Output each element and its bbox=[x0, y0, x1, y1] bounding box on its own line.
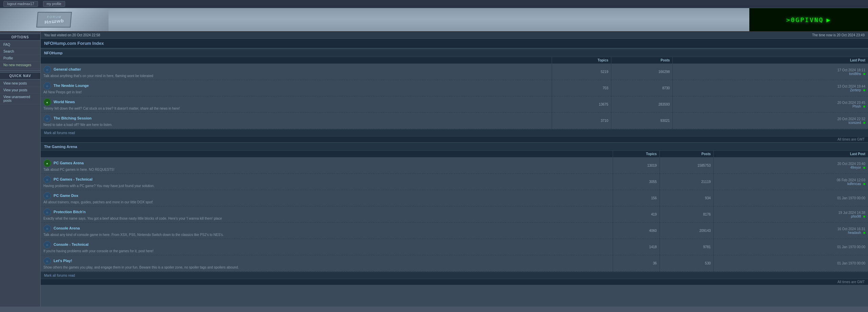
timezone-bar-0: All times are GMT bbox=[41, 136, 868, 142]
forum-name-link[interactable]: Protection Bitch'n bbox=[54, 210, 85, 214]
forum-name-link[interactable]: World News bbox=[54, 100, 75, 104]
main-content: You last visited on 20 Oct 2024 22:58 Th… bbox=[41, 32, 868, 307]
last-post-user-link[interactable]: 4freyor bbox=[850, 166, 861, 169]
table-row: ○ PC Games - Technical Having problems w… bbox=[41, 174, 868, 190]
new-post-indicator bbox=[863, 167, 865, 169]
view-unanswered-posts-link[interactable]: View unanswered posts bbox=[0, 94, 40, 104]
messages-link[interactable]: No new messages bbox=[0, 62, 40, 69]
view-new-posts-link[interactable]: View new posts bbox=[0, 80, 40, 87]
forum-name-link[interactable]: General chatter bbox=[54, 67, 81, 71]
forum-index-title: NFOHump.com Forum Index bbox=[41, 39, 868, 49]
faq-link[interactable]: FAQ bbox=[0, 41, 40, 48]
last-post-user-link[interactable]: kdfencas bbox=[847, 182, 861, 186]
new-post-indicator bbox=[863, 216, 865, 218]
forum-name-link[interactable]: PC Games Arena bbox=[54, 161, 84, 165]
my-profile-button[interactable]: my profile bbox=[43, 1, 65, 7]
table-row: ○ The Bitching Session Need to take a lo… bbox=[41, 113, 868, 129]
last-post-user-link[interactable]: Zerterp bbox=[850, 88, 861, 92]
table-row: ○ Protection Bitch'n Exactly what the na… bbox=[41, 206, 868, 223]
forum-desc: Timmy fell down the well? Cat stuck on a… bbox=[43, 107, 549, 110]
forum-last-post: 01 Jan 1970 00:00 bbox=[714, 190, 868, 206]
mark-read-link-0[interactable]: Mark all forums read bbox=[44, 131, 75, 135]
forum-icon: ● bbox=[43, 98, 51, 106]
logo-main-text: dwɯnH bbox=[44, 18, 64, 25]
forum-last-post: 20 Oct 2024 23:40 4freyor bbox=[714, 158, 868, 174]
gaming-section-header: The Gaming Arena bbox=[41, 142, 868, 151]
forum-icon: ○ bbox=[43, 82, 51, 90]
col-lastpost-0: Last Post bbox=[673, 57, 868, 64]
forum-last-post: 20 Oct 2024 23:45 Phish bbox=[673, 96, 868, 113]
new-post-indicator bbox=[863, 183, 865, 185]
logo-area: Forum dwɯnH bbox=[0, 8, 108, 31]
profile-link[interactable]: Profile bbox=[0, 55, 40, 62]
last-post-date: 20 Oct 2024 23:40 bbox=[837, 162, 865, 166]
forum-desc: All about trainers, maps, guides, patche… bbox=[43, 200, 610, 204]
forum-name-link[interactable]: PC Games - Technical bbox=[54, 177, 93, 181]
last-post-date: 13 Oct 2024 19:44 bbox=[837, 85, 865, 88]
forum-desc: Talk about any kind of console game in h… bbox=[43, 233, 610, 237]
view-your-posts-link[interactable]: View your posts bbox=[0, 87, 40, 94]
forum-topics: 3710 bbox=[552, 113, 611, 129]
forum-last-post: 01 Jan 1970 00:00 bbox=[714, 255, 868, 272]
table-row: ○ Console Arena Talk about any kind of c… bbox=[41, 223, 868, 239]
nfohump-section-header: NFOHump bbox=[41, 49, 868, 57]
quicknav-title: QUICK NAV bbox=[0, 72, 40, 79]
forum-index-link[interactable]: NFOHump.com Forum Index bbox=[44, 41, 104, 46]
forum-posts: 166298 bbox=[611, 64, 673, 80]
logout-button[interactable]: logout madmax17 bbox=[3, 1, 38, 7]
search-link[interactable]: Search bbox=[0, 48, 40, 55]
nfohump-table: Topics Posts Last Post ○ General chatter… bbox=[41, 57, 868, 129]
timezone-bar-1: All times are GMT bbox=[41, 279, 868, 285]
forum-posts: 93021 bbox=[611, 113, 673, 129]
last-visit-text: You last visited on 20 Oct 2024 22:58 bbox=[44, 33, 100, 37]
last-post-date: 17 Oct 2024 18:11 bbox=[837, 68, 865, 72]
forum-posts: 209143 bbox=[659, 223, 713, 239]
forum-topics: 4060 bbox=[613, 223, 659, 239]
forum-name-link[interactable]: The Bitching Session bbox=[54, 116, 92, 120]
forum-name-link[interactable]: Console Arena bbox=[54, 226, 80, 230]
gaming-section: The Gaming Arena Topics Posts Last Post … bbox=[41, 142, 868, 285]
forum-icon: ○ bbox=[43, 257, 51, 265]
last-visit-bar: You last visited on 20 Oct 2024 22:58 Th… bbox=[41, 32, 868, 39]
last-post-user-link[interactable]: iconized bbox=[849, 121, 861, 125]
new-post-indicator bbox=[863, 122, 865, 124]
forum-desc: Need to take a load off? We are here to … bbox=[43, 123, 549, 127]
last-post-user-link[interactable]: phix98 bbox=[851, 215, 861, 218]
top-nav-bar: logout madmax17 my profile bbox=[0, 0, 868, 8]
main-layout: OPTIONS FAQ Search Profile No new messag… bbox=[0, 32, 868, 307]
last-post-date: 01 Jan 1970 00:00 bbox=[837, 196, 865, 200]
last-post-user-link[interactable]: Phish bbox=[852, 105, 861, 108]
last-post-user-link[interactable]: toni8ths bbox=[849, 72, 861, 76]
new-post-indicator bbox=[863, 232, 865, 234]
forum-posts: 530 bbox=[659, 255, 713, 272]
forum-posts: 283593 bbox=[611, 96, 673, 113]
table-row: ○ Console - Technical If you're having p… bbox=[41, 239, 868, 255]
forum-icon: ○ bbox=[43, 241, 51, 249]
col-lastpost-1: Last Post bbox=[714, 151, 868, 158]
forum-posts: 934 bbox=[659, 190, 713, 206]
gaming-section-link[interactable]: The Gaming Arena bbox=[44, 145, 77, 149]
col-topics-1: Topics bbox=[613, 151, 659, 158]
col-forum bbox=[41, 57, 552, 64]
table-row: ● World News Timmy fell down the well? C… bbox=[41, 96, 868, 113]
forum-icon: ○ bbox=[43, 192, 51, 200]
mark-read-bar-1: Mark all forums read bbox=[41, 272, 868, 279]
forum-name-link[interactable]: Console - Technical bbox=[54, 242, 88, 246]
last-post-date: 20 Oct 2024 22:32 bbox=[837, 117, 865, 121]
last-post-user-link[interactable]: headash bbox=[848, 231, 861, 235]
mark-read-link-1[interactable]: Mark all forums read bbox=[44, 274, 75, 277]
forum-icon: ○ bbox=[43, 208, 51, 216]
last-post-date: 01 Jan 1970 00:00 bbox=[837, 261, 865, 265]
last-post-date: 06 Feb 2024 12:03 bbox=[837, 178, 865, 182]
nfohump-section-link[interactable]: NFOHump bbox=[44, 51, 62, 55]
forum-icon: ○ bbox=[43, 176, 51, 183]
new-post-indicator bbox=[863, 73, 865, 75]
forum-desc: If you're having problems with your cons… bbox=[43, 249, 610, 253]
forum-name-link[interactable]: PC Game Dox bbox=[54, 194, 78, 198]
forum-name-link[interactable]: Let's Play! bbox=[54, 259, 72, 263]
col-posts-0: Posts bbox=[611, 57, 673, 64]
forum-topics: 5219 bbox=[552, 64, 611, 80]
forum-name-link[interactable]: The Newbie Lounge bbox=[54, 84, 89, 88]
forum-topics: 1418 bbox=[613, 239, 659, 255]
forum-posts: 21119 bbox=[659, 174, 713, 190]
